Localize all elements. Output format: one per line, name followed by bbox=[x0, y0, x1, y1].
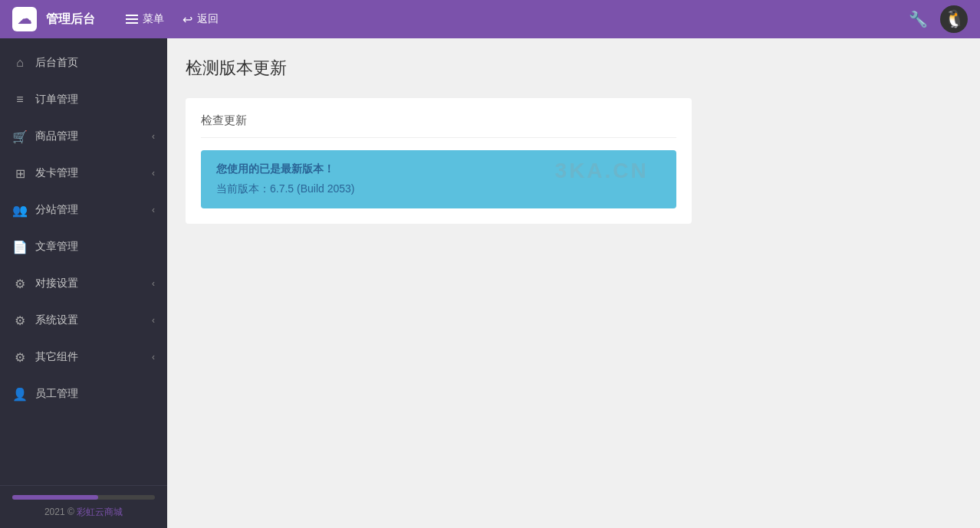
header-left: ☁ 管理后台 bbox=[12, 7, 95, 31]
chevron-right-icon: ‹ bbox=[152, 278, 155, 289]
content-area: 检测版本更新 检查更新 您使用的已是最新版本！ 当前版本：6.7.5 (Buil… bbox=[167, 38, 980, 528]
sidebar-nav: ⌂ 后台首页 ≡ 订单管理 🛒 商品管理 ‹ ⊞ bbox=[0, 38, 167, 485]
plugins-icon: ⚙ bbox=[12, 349, 28, 365]
chevron-right-icon: ‹ bbox=[152, 168, 155, 179]
sidebar-item-left: ⊞ 发卡管理 bbox=[12, 166, 78, 181]
sidebar-item-left: ⚙ 其它组件 bbox=[12, 349, 78, 365]
sidebar-item-left: 👥 分站管理 bbox=[12, 202, 78, 218]
cards-icon: ⊞ bbox=[12, 166, 28, 181]
update-card: 检查更新 您使用的已是最新版本！ 当前版本：6.7.5 (Build 2053) bbox=[186, 98, 692, 224]
sidebar-item-products[interactable]: 🛒 商品管理 ‹ bbox=[0, 118, 167, 155]
sidebar-item-left: 👤 员工管理 bbox=[12, 386, 78, 402]
sidebar-item-left: 🛒 商品管理 bbox=[12, 129, 78, 144]
sidebar-item-staff[interactable]: 👤 员工管理 bbox=[0, 376, 167, 412]
sidebar-item-label: 订单管理 bbox=[35, 93, 78, 107]
logo-icon: ☁ bbox=[18, 11, 31, 28]
alert-version: 当前版本：6.7.5 (Build 2053) bbox=[216, 182, 661, 196]
system-icon: ⚙ bbox=[12, 313, 28, 328]
app-logo: ☁ bbox=[12, 7, 37, 31]
sidebar-item-label: 其它组件 bbox=[35, 350, 78, 364]
sidebar-item-left: ⚙ 系统设置 bbox=[12, 313, 78, 328]
sidebar-item-label: 发卡管理 bbox=[35, 166, 78, 180]
sidebar-item-label: 员工管理 bbox=[35, 387, 78, 401]
sidebar: ⌂ 后台首页 ≡ 订单管理 🛒 商品管理 ‹ ⊞ bbox=[0, 38, 167, 528]
chevron-right-icon: ‹ bbox=[152, 352, 155, 362]
app-title: 管理后台 bbox=[46, 11, 95, 28]
branches-icon: 👥 bbox=[12, 202, 28, 218]
sidebar-item-label: 文章管理 bbox=[35, 240, 78, 254]
hamburger-icon bbox=[126, 15, 138, 24]
back-icon: ↩ bbox=[183, 12, 192, 27]
main-layout: ⌂ 后台首页 ≡ 订单管理 🛒 商品管理 ‹ ⊞ bbox=[0, 38, 980, 528]
back-button[interactable]: ↩ 返回 bbox=[183, 12, 219, 27]
products-icon: 🛒 bbox=[12, 129, 28, 144]
copyright-year: 2021 © bbox=[44, 507, 74, 517]
sidebar-item-cards[interactable]: ⊞ 发卡管理 ‹ bbox=[0, 155, 167, 192]
sidebar-item-plugins[interactable]: ⚙ 其它组件 ‹ bbox=[0, 339, 167, 376]
sidebar-item-system[interactable]: ⚙ 系统设置 ‹ bbox=[0, 302, 167, 339]
alert-box: 您使用的已是最新版本！ 当前版本：6.7.5 (Build 2053) bbox=[201, 150, 676, 208]
settings-icon[interactable]: 🔧 bbox=[909, 10, 928, 28]
brand-link[interactable]: 彩虹云商城 bbox=[77, 507, 123, 517]
content-wrapper: 检查更新 您使用的已是最新版本！ 当前版本：6.7.5 (Build 2053)… bbox=[186, 98, 962, 224]
avatar-icon: 🐧 bbox=[944, 9, 965, 29]
sidebar-item-left: 📄 文章管理 bbox=[12, 239, 78, 254]
sidebar-item-left: ⚙ 对接设置 bbox=[12, 276, 78, 291]
sidebar-item-label: 分站管理 bbox=[35, 203, 78, 217]
home-icon: ⌂ bbox=[12, 55, 28, 71]
articles-icon: 📄 bbox=[12, 239, 28, 254]
progress-bar bbox=[12, 495, 98, 500]
page-title: 检测版本更新 bbox=[186, 57, 962, 80]
header-center: 菜单 ↩ 返回 bbox=[126, 12, 219, 27]
sidebar-item-orders[interactable]: ≡ 订单管理 bbox=[0, 81, 167, 118]
sidebar-item-left: ⌂ 后台首页 bbox=[12, 55, 78, 71]
sidebar-item-label: 后台首页 bbox=[35, 56, 78, 70]
avatar[interactable]: 🐧 bbox=[940, 5, 968, 33]
staff-icon: 👤 bbox=[12, 386, 28, 402]
sidebar-item-api[interactable]: ⚙ 对接设置 ‹ bbox=[0, 265, 167, 302]
alert-title: 您使用的已是最新版本！ bbox=[216, 162, 661, 176]
copyright-text: 2021 © 彩虹云商城 bbox=[12, 506, 155, 519]
api-icon: ⚙ bbox=[12, 276, 28, 291]
progress-bar-bg bbox=[12, 495, 155, 500]
sidebar-item-label: 商品管理 bbox=[35, 130, 78, 143]
sidebar-item-home[interactable]: ⌂ 后台首页 bbox=[0, 44, 167, 81]
menu-label: 菜单 bbox=[143, 12, 164, 26]
chevron-right-icon: ‹ bbox=[152, 131, 155, 142]
sidebar-item-label: 对接设置 bbox=[35, 277, 78, 290]
sidebar-item-branches[interactable]: 👥 分站管理 ‹ bbox=[0, 192, 167, 228]
orders-icon: ≡ bbox=[12, 92, 28, 107]
header-right: 🔧 🐧 bbox=[909, 5, 968, 33]
card-header: 检查更新 bbox=[201, 113, 676, 138]
back-label: 返回 bbox=[197, 12, 219, 26]
menu-button[interactable]: 菜单 bbox=[126, 12, 164, 26]
chevron-right-icon: ‹ bbox=[152, 315, 155, 326]
chevron-right-icon: ‹ bbox=[152, 205, 155, 215]
top-header: ☁ 管理后台 菜单 ↩ 返回 🔧 🐧 bbox=[0, 0, 980, 38]
sidebar-item-left: ≡ 订单管理 bbox=[12, 92, 78, 107]
sidebar-item-label: 系统设置 bbox=[35, 313, 78, 327]
sidebar-footer: 2021 © 彩虹云商城 bbox=[0, 485, 167, 528]
sidebar-item-articles[interactable]: 📄 文章管理 bbox=[0, 228, 167, 265]
